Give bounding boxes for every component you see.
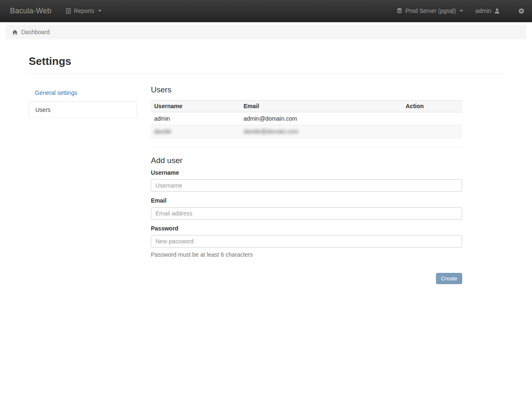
title-divider (29, 73, 504, 74)
breadcrumb-home-label: Dashboard (21, 29, 50, 35)
column-header-action: Action (402, 101, 462, 112)
top-navbar: Bacula-Web Reports Prod Server (pgsql) a… (0, 0, 532, 22)
add-user-form: Username Email Password Password must be… (151, 169, 462, 284)
chevron-down-icon (98, 10, 101, 12)
username-cell: admin (151, 112, 240, 125)
email-field[interactable] (151, 207, 462, 220)
sidebar-item-general-settings[interactable]: General settings (29, 85, 137, 100)
username-cell: davide (151, 125, 240, 138)
users-panel: Users Username Email Action admin admin@… (151, 85, 462, 284)
create-button[interactable]: Create (436, 273, 462, 284)
add-user-section-title: Add user (151, 156, 462, 165)
users-section-title: Users (151, 85, 462, 94)
brand-link[interactable]: Bacula-Web (10, 7, 52, 15)
blurred-email: davide@domain.com (244, 128, 298, 135)
username-input[interactable] (151, 179, 462, 192)
form-actions: Create (151, 273, 462, 284)
email-cell: davide@domain.com (240, 125, 402, 138)
gear-icon (518, 8, 525, 14)
table-row: davide davide@domain.com (151, 125, 462, 138)
column-header-username: Username (151, 101, 240, 112)
username-form-group: Username (151, 169, 462, 192)
nav-server-label: Prod Server (pgsql) (405, 7, 456, 14)
nav-server-menu[interactable]: Prod Server (pgsql) (397, 7, 463, 14)
page-title: Settings (29, 55, 504, 68)
file-text-icon (66, 8, 71, 14)
password-input[interactable] (151, 235, 462, 248)
action-cell (402, 125, 462, 138)
password-help-text: Password must be at least 6 characters (151, 251, 462, 258)
nav-reports-label: Reports (74, 7, 94, 14)
password-label: Password (151, 225, 462, 232)
nav-reports-menu[interactable]: Reports (66, 7, 101, 14)
action-cell (402, 112, 462, 125)
email-form-group: Email (151, 197, 462, 220)
username-label: Username (151, 169, 462, 176)
blurred-username: davide (154, 128, 171, 135)
table-row: admin admin@domain.com (151, 112, 462, 125)
nav-user-label: admin (475, 7, 491, 14)
nav-settings-button[interactable] (518, 8, 525, 14)
users-table: Username Email Action admin admin@domain… (151, 100, 462, 138)
email-label: Email (151, 197, 462, 204)
email-cell: admin@domain.com (240, 112, 402, 125)
home-icon (12, 30, 18, 35)
table-header-row: Username Email Action (151, 101, 462, 112)
password-form-group: Password Password must be at least 6 cha… (151, 225, 462, 258)
settings-page: Settings General settings Users Users Us… (0, 39, 532, 284)
breadcrumb: Dashboard (6, 25, 526, 39)
chevron-down-icon (460, 10, 463, 12)
database-icon (397, 8, 402, 14)
section-divider (151, 147, 462, 147)
user-icon (494, 8, 500, 14)
column-header-email: Email (240, 101, 402, 112)
breadcrumb-home-link[interactable]: Dashboard (12, 29, 50, 35)
nav-user-menu[interactable]: admin (475, 7, 500, 14)
settings-sidebar: General settings Users (29, 85, 137, 118)
sidebar-item-users[interactable]: Users (29, 102, 137, 118)
